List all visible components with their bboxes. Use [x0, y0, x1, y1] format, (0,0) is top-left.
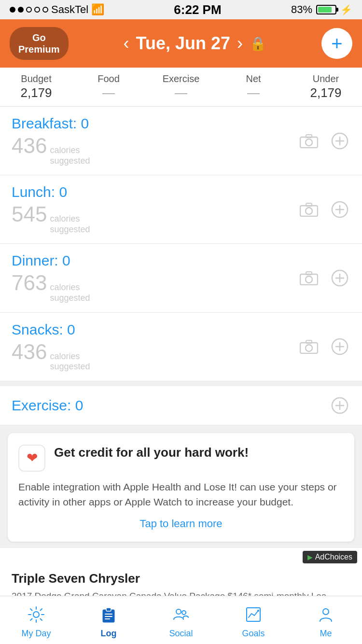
snacks-title: Snacks: 0: [12, 322, 90, 338]
lunch-title: Lunch: 0: [12, 184, 90, 200]
health-card: ❤ Get credit for all your hard work! Ena…: [8, 433, 354, 542]
snacks-camera-button[interactable]: [298, 336, 320, 357]
nav-me-label: Me: [320, 629, 332, 639]
bottom-nav: My Day Log Social: [0, 596, 362, 644]
nav-social[interactable]: Social: [145, 602, 217, 639]
snacks-calories: 436 caloriessuggested: [12, 340, 90, 372]
dinner-camera-button[interactable]: [298, 267, 320, 289]
dinner-info: Dinner: 0 763 caloriessuggested: [12, 252, 90, 303]
svg-point-27: [33, 612, 39, 617]
breakfast-title: Breakfast: 0: [12, 115, 90, 132]
chart-icon: [245, 606, 262, 627]
svg-line-34: [41, 609, 42, 611]
exercise-add-button[interactable]: [329, 395, 350, 416]
exercise-section: Exercise: 0: [0, 386, 362, 425]
dinner-cal-number: 763: [12, 271, 47, 295]
dinner-add-button[interactable]: [329, 267, 350, 289]
breakfast-cal-label: caloriessuggested: [50, 145, 90, 166]
lightning-icon: ⚡: [340, 4, 352, 15]
status-time: 6:22 PM: [174, 2, 221, 17]
dinner-cal-label: caloriessuggested: [50, 282, 90, 303]
food-value: —: [72, 85, 145, 100]
person-icon: [317, 606, 334, 627]
lunch-add-button[interactable]: [329, 199, 350, 220]
stats-row: Budget 2,179 Food — Exercise — Net — Und…: [0, 68, 362, 107]
prev-day-arrow[interactable]: ‹: [124, 33, 129, 54]
snacks-info: Snacks: 0 436 caloriessuggested: [12, 322, 90, 372]
snacks-actions: [298, 336, 350, 357]
add-button[interactable]: +: [321, 28, 352, 59]
date-nav: ‹ Tue, Jun 27 › 🔒: [124, 33, 266, 54]
dot3: [26, 7, 32, 13]
svg-rect-8: [306, 203, 312, 206]
breakfast-calories: 436 caloriessuggested: [12, 134, 90, 166]
battery-percent: 83%: [291, 3, 312, 16]
under-value: 2,179: [290, 85, 362, 100]
heart-icon-box: ❤: [18, 445, 45, 472]
svg-rect-37: [106, 608, 111, 611]
nav-my-day[interactable]: My Day: [0, 602, 72, 639]
snacks-cal-number: 436: [12, 340, 47, 364]
svg-line-35: [30, 618, 32, 620]
dot2: [18, 7, 24, 13]
lunch-cal-label: caloriessuggested: [50, 214, 90, 235]
health-card-header: ❤ Get credit for all your hard work!: [18, 445, 344, 472]
svg-point-42: [182, 611, 186, 615]
nav-log[interactable]: Log: [72, 602, 145, 639]
people-icon: [172, 606, 190, 627]
under-label: Under: [290, 73, 362, 84]
svg-point-1: [306, 139, 312, 146]
next-day-arrow[interactable]: ›: [237, 33, 243, 54]
status-right: 83% ⚡: [291, 3, 352, 16]
nav-goals[interactable]: Goals: [217, 602, 290, 639]
net-value: —: [217, 85, 290, 100]
wifi-icon: 📶: [91, 3, 104, 16]
tap-to-learn-link[interactable]: Tap to learn more: [18, 518, 344, 530]
svg-point-44: [257, 610, 259, 612]
breakfast-camera-button[interactable]: [298, 130, 320, 152]
breakfast-actions: [298, 130, 350, 152]
svg-rect-2: [306, 135, 312, 138]
health-card-body: Enable integration with Apple Health and…: [18, 479, 344, 510]
breakfast-cal-number: 436: [12, 134, 47, 158]
nav-goals-label: Goals: [242, 629, 265, 639]
exercise-label: Exercise: [145, 73, 217, 84]
snacks-section: Snacks: 0 436 caloriessuggested: [0, 313, 362, 381]
svg-point-19: [306, 345, 312, 351]
signal-dots: [10, 7, 48, 13]
ad-choices-bar: ▶ AdChoices: [0, 548, 362, 566]
breakfast-section: Breakfast: 0 436 caloriessuggested: [0, 107, 362, 175]
svg-rect-20: [306, 340, 312, 343]
ad-play-icon: ▶: [307, 553, 313, 561]
plus-icon: +: [331, 33, 342, 55]
current-date: Tue, Jun 27: [136, 33, 230, 54]
breakfast-add-button[interactable]: [329, 130, 350, 152]
lunch-calories: 545 caloriessuggested: [12, 202, 90, 235]
premium-button[interactable]: Go Premium: [10, 27, 69, 60]
stat-budget: Budget 2,179: [0, 73, 72, 100]
battery-bar: [316, 5, 336, 14]
dot1: [10, 7, 15, 13]
battery-fill: [318, 7, 332, 13]
status-left: SaskTel 📶: [10, 3, 104, 16]
nav-social-label: Social: [169, 629, 193, 639]
nav-me[interactable]: Me: [290, 602, 362, 639]
status-bar: SaskTel 📶 6:22 PM 83% ⚡: [0, 0, 362, 19]
stat-under: Under 2,179: [290, 73, 362, 100]
meals-container: Breakfast: 0 436 caloriessuggested: [0, 107, 362, 381]
snacks-cal-label: caloriessuggested: [50, 351, 90, 372]
sun-icon: [28, 606, 45, 627]
ad-choices-badge[interactable]: ▶ AdChoices: [303, 551, 357, 563]
lunch-info: Lunch: 0 545 caloriessuggested: [12, 184, 90, 235]
carrier-label: SaskTel: [51, 3, 88, 16]
exercise-title: Exercise: 0: [12, 397, 83, 414]
heart-icon: ❤: [27, 450, 38, 466]
stat-net: Net —: [217, 73, 290, 100]
snacks-add-button[interactable]: [329, 336, 350, 357]
budget-value: 2,179: [0, 85, 72, 100]
dot4: [34, 7, 40, 13]
under-badge: 2,179: [310, 85, 341, 100]
net-label: Net: [217, 73, 290, 84]
lunch-camera-button[interactable]: [298, 199, 320, 220]
app-header: Go Premium ‹ Tue, Jun 27 › 🔒 +: [0, 19, 362, 68]
